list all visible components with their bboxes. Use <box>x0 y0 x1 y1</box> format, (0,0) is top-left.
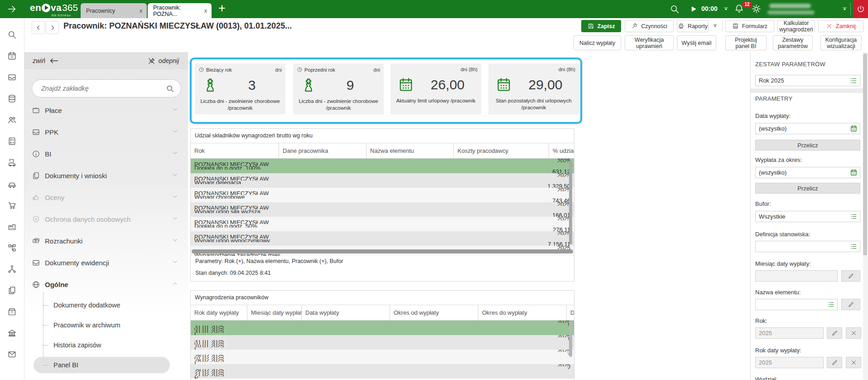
table-row[interactable]: 2025POZNAŃSKI MIECZYSŁAWWynagr.chorobowe… <box>191 188 574 202</box>
tab-search-input[interactable] <box>40 84 166 93</box>
toolbar-button-projektuj-panel-bi[interactable]: Projektuj panel BI <box>725 35 767 50</box>
column-header[interactable]: Rok <box>191 143 279 158</box>
timer-caret-icon[interactable] <box>723 6 729 13</box>
toolbar-button-konfiguracja-wizualizacji[interactable]: Konfiguracja wizualizacji <box>820 35 862 50</box>
params-scroll-thumb[interactable] <box>863 54 867 255</box>
sidebar-item-płace[interactable]: Płace <box>24 99 188 121</box>
rail-calculator-icon[interactable] <box>7 136 17 146</box>
przelicz-button[interactable]: Przelicz <box>755 183 860 194</box>
sidebar-item-ogólne[interactable]: Ogólne <box>24 273 188 295</box>
toolbar-button-czynno-ci[interactable]: Czynności <box>625 20 674 32</box>
column-header[interactable]: % udział w c <box>549 143 574 158</box>
toolbar-button-nalicz-wyp-aty[interactable]: Nalicz wypłaty <box>574 35 621 50</box>
list-picker-icon[interactable] <box>849 77 858 85</box>
chevron-down-icon[interactable] <box>171 258 179 268</box>
toolbar-reports-caret[interactable] <box>709 20 720 32</box>
toolbar-button-zapisz[interactable]: Zapisz <box>581 20 621 32</box>
table2-vertical-scrollbar[interactable] <box>569 321 572 357</box>
tab-close-icon[interactable]: x <box>140 8 142 14</box>
calendar-picker-icon[interactable] <box>850 169 858 176</box>
params-scroll-track[interactable] <box>863 52 868 380</box>
sidebar-subitem-dokumenty-dodatkowe[interactable]: Dokumenty dodatkowe <box>24 295 188 315</box>
tab-pracownicy[interactable]: Pracownicy x <box>81 3 147 18</box>
rail-people-icon[interactable] <box>7 115 17 125</box>
param-input-nazwa-elementu-[interactable] <box>755 299 838 310</box>
toolbar-button-raporty[interactable]: Raporty <box>677 20 709 32</box>
table-row[interactable]: 2025POZNAŃSKI MIECZYSŁAWWynagr.urlop sił… <box>191 202 574 217</box>
chevron-down-icon[interactable] <box>171 193 179 202</box>
history-forward-button[interactable] <box>46 21 59 34</box>
unpin-panel-button[interactable]: odepnij <box>148 57 179 65</box>
toolbar-button-kalkulator-wynagrodze-[interactable]: Kalkulator wynagrodzeń <box>777 20 815 32</box>
table-row[interactable]: 2025131.01.202501.01.202531.01.2025I <box>191 321 574 335</box>
sidebar-item-oceny[interactable]: Oceny <box>24 186 188 208</box>
param-input-wypłata-za-okres-[interactable]: (wszystko) <box>755 167 860 178</box>
sidebar-item-dokumenty-i-wnioski[interactable]: Dokumenty i wnioski <box>24 165 188 186</box>
sidebar-subitem-historia-zapisów[interactable]: Historia zapisów <box>24 335 188 355</box>
column-header[interactable]: Koszty pracodawcy <box>454 143 549 158</box>
list-picker-icon[interactable] <box>827 301 835 308</box>
rail-factory-icon[interactable] <box>7 222 17 231</box>
param-input-rok-daty-wypłaty-[interactable]: 2025 <box>755 357 824 368</box>
history-back-button[interactable] <box>32 21 45 34</box>
sidebar-item-bi[interactable]: BI <box>24 143 188 165</box>
rail-mail-icon[interactable] <box>7 350 17 359</box>
param-input-definicja-stanowiska-[interactable] <box>755 241 860 252</box>
param-input-rok-[interactable]: 2025 <box>755 327 824 339</box>
column-header[interactable]: Da <box>567 305 574 320</box>
chevron-down-icon[interactable] <box>171 106 179 115</box>
chevron-down-icon[interactable] <box>171 236 179 246</box>
session-timer[interactable]: 00:00 <box>701 5 718 12</box>
global-search-icon[interactable] <box>670 4 680 14</box>
sidebar-item-ppk[interactable]: PPK <box>24 121 188 143</box>
rail-network-icon[interactable] <box>7 264 17 274</box>
toolbar-button-zestawy-parametr-w[interactable]: Zestawy parametrów <box>773 35 813 50</box>
toolbar-button-zamknij[interactable]: Zamknij <box>818 20 863 32</box>
edit-pencil-button[interactable] <box>841 299 860 310</box>
table-row[interactable]: 2025228.02.202501.02.202528.02.2025I <box>191 350 574 364</box>
rail-box-icon[interactable] <box>7 307 17 317</box>
table-row[interactable]: 2025POZNAŃSKI MIECZYSŁAWDopłata do n.god… <box>191 217 574 231</box>
chevron-down-icon[interactable] <box>171 214 179 224</box>
edit-pencil-button[interactable] <box>841 270 860 282</box>
sidebar-subitem-panel-bi[interactable]: Panel BI <box>24 355 188 375</box>
sidebar-item-rozrachunki[interactable]: Rozrachunki <box>24 230 188 252</box>
column-header[interactable]: Miesiąc daty wypłaty <box>247 305 302 320</box>
new-tab-button[interactable]: + <box>218 1 226 15</box>
kpi-card-2[interactable]: dni (8h) 26,00 Aktualny limit urlopowy /… <box>391 63 481 114</box>
rail-tree-icon[interactable] <box>7 243 17 253</box>
chevron-down-icon[interactable] <box>171 149 179 159</box>
table-row[interactable]: 2025POZNAŃSKI MIECZYSŁAWWynagr.delegacja… <box>191 173 574 188</box>
column-header[interactable]: Dane pracownika <box>279 143 366 158</box>
sidebar-item-ochrona-danych-osobowych[interactable]: Ochrona danych osobowych <box>24 208 188 230</box>
tab-search-box[interactable] <box>32 79 181 97</box>
menu-arrow-icon[interactable] <box>7 4 17 14</box>
sidebar-subitem-pracownik-w-archiwum[interactable]: Pracownik w archiwum <box>24 315 188 335</box>
kpi-card-0[interactable]: Bieżący rok dni 3 Liczba dni - zwolnieni… <box>195 63 285 114</box>
przelicz-button[interactable]: Przelicz <box>755 140 860 151</box>
column-header[interactable]: Okres do wypłaty <box>478 305 567 320</box>
chevron-down-icon[interactable] <box>171 127 179 137</box>
kpi-card-3[interactable]: dni (8h) 29,00 Stan pozostałych dni urlo… <box>488 63 579 114</box>
clear-x-button[interactable] <box>846 327 861 339</box>
edit-pencil-button[interactable] <box>827 357 842 368</box>
table-row[interactable]: 2025228.02.202521.02.202521.02.2025P <box>191 364 574 379</box>
table-row[interactable]: 2025131.01.202507.01.202510.01.2025I <box>191 335 574 350</box>
table-row[interactable]: 2025POZNAŃSKI MIECZYSŁAWWynagr.urlop wyp… <box>191 231 574 246</box>
toolbar-button-wy-lij-email[interactable]: Wyślij email <box>677 35 716 50</box>
column-header[interactable]: Rok daty wypłaty <box>191 305 247 320</box>
param-input-miesiąc-daty-wypłaty-[interactable] <box>755 270 838 282</box>
user-menu-caret-icon[interactable] <box>841 6 848 13</box>
toolbar-button-weryfikacja-uprawnie-[interactable]: Weryfikacja uprawnień <box>625 35 674 50</box>
tab-close-icon[interactable]: x <box>204 8 207 14</box>
column-header[interactable]: Nazwa elementu <box>366 143 454 158</box>
rail-docs-icon[interactable] <box>7 286 17 295</box>
sidebar-item-dokumenty-ewidencji[interactable]: Dokumenty ewidencji <box>24 252 188 273</box>
list-picker-icon[interactable] <box>850 213 858 220</box>
play-icon[interactable] <box>689 5 698 14</box>
chevron-up-icon[interactable] <box>171 280 179 289</box>
list-picker-icon[interactable] <box>850 243 858 250</box>
rail-car-icon[interactable] <box>7 179 17 189</box>
column-header[interactable]: Okres od wypłaty <box>390 305 478 320</box>
rail-tray-icon[interactable] <box>7 73 17 82</box>
